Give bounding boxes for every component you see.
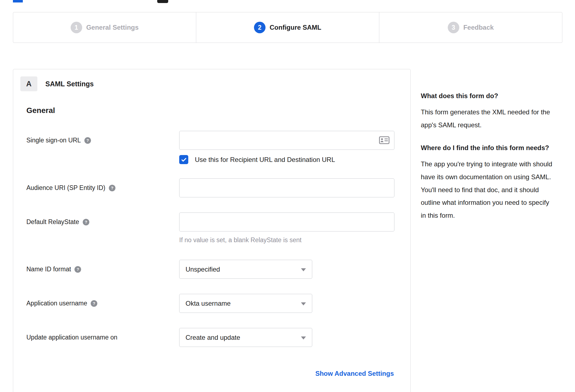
sidebar-heading-where: Where do I find the info this form needs… <box>421 143 555 153</box>
update-username-label: Update application username on <box>26 334 117 341</box>
help-sidebar: What does this form do? This form genera… <box>421 91 555 233</box>
recipient-url-checkbox-label: Use this for Recipient URL and Destinati… <box>195 156 335 164</box>
select-value: Unspecified <box>179 266 220 273</box>
name-id-format-label-row: Name ID format ? <box>26 266 81 273</box>
general-section-heading: General <box>26 106 55 115</box>
step-label: Feedback <box>463 24 494 31</box>
audience-uri-label-row: Audience URI (SP Entity ID) ? <box>26 184 115 192</box>
relaystate-label: Default RelayState <box>26 218 79 226</box>
step-number-badge: 3 <box>448 22 459 33</box>
application-username-label-row: Application username ? <box>26 300 97 307</box>
chevron-down-icon <box>301 336 306 339</box>
step-configure-saml[interactable]: 2 Configure SAML <box>196 12 379 43</box>
panel-title: SAML Settings <box>45 80 94 88</box>
help-icon[interactable]: ? <box>74 266 81 273</box>
step-general-settings[interactable]: 1 General Settings <box>13 12 196 43</box>
chevron-down-icon <box>301 268 306 271</box>
chevron-down-icon <box>301 302 306 305</box>
sso-url-label: Single sign-on URL <box>26 137 81 144</box>
sso-url-input-wrap <box>179 131 394 150</box>
saml-settings-panel: A SAML Settings General Single sign-on U… <box>13 69 411 392</box>
help-icon[interactable]: ? <box>83 219 89 225</box>
step-number-badge: 1 <box>71 22 82 33</box>
recipient-url-checkbox-row: Use this for Recipient URL and Destinati… <box>179 155 335 164</box>
audience-uri-label: Audience URI (SP Entity ID) <box>26 184 105 192</box>
application-username-select[interactable]: Okta username <box>179 294 312 313</box>
name-id-format-label: Name ID format <box>26 266 71 273</box>
help-icon[interactable]: ? <box>84 137 91 144</box>
checkmark-icon <box>181 156 187 163</box>
update-username-label-row: Update application username on <box>26 334 117 341</box>
sso-url-input[interactable] <box>179 131 394 150</box>
contact-card-icon[interactable] <box>379 136 389 144</box>
step-label: General Settings <box>86 24 139 31</box>
relaystate-label-row: Default RelayState ? <box>26 218 89 226</box>
wizard-stepper: 1 General Settings 2 Configure SAML 3 Fe… <box>13 12 562 43</box>
recipient-url-checkbox[interactable] <box>179 155 188 164</box>
cut-off-logo-fragment <box>13 0 23 2</box>
audience-uri-input[interactable] <box>179 178 394 197</box>
sidebar-heading-what: What does this form do? <box>421 91 555 101</box>
select-value: Okta username <box>179 300 231 307</box>
update-username-select[interactable]: Create and update <box>179 328 312 347</box>
show-advanced-settings-link[interactable]: Show Advanced Settings <box>315 370 394 377</box>
step-number-badge: 2 <box>254 22 266 33</box>
step-label: Configure SAML <box>270 24 321 31</box>
cut-off-icon-fragment <box>157 0 168 3</box>
name-id-format-select[interactable]: Unspecified <box>179 260 312 279</box>
help-icon[interactable]: ? <box>109 185 115 191</box>
relaystate-hint: If no value is set, a blank RelayState i… <box>179 236 302 244</box>
relaystate-input[interactable] <box>179 212 394 231</box>
application-username-label: Application username <box>26 300 87 307</box>
sidebar-paragraph-where: The app you're trying to integrate with … <box>421 158 555 222</box>
select-value: Create and update <box>179 334 240 341</box>
sso-url-label-row: Single sign-on URL ? <box>26 137 91 144</box>
step-feedback[interactable]: 3 Feedback <box>379 12 562 43</box>
section-a-badge: A <box>20 76 37 91</box>
help-icon[interactable]: ? <box>91 300 97 307</box>
sidebar-paragraph-what: This form generates the XML needed for t… <box>421 106 555 132</box>
